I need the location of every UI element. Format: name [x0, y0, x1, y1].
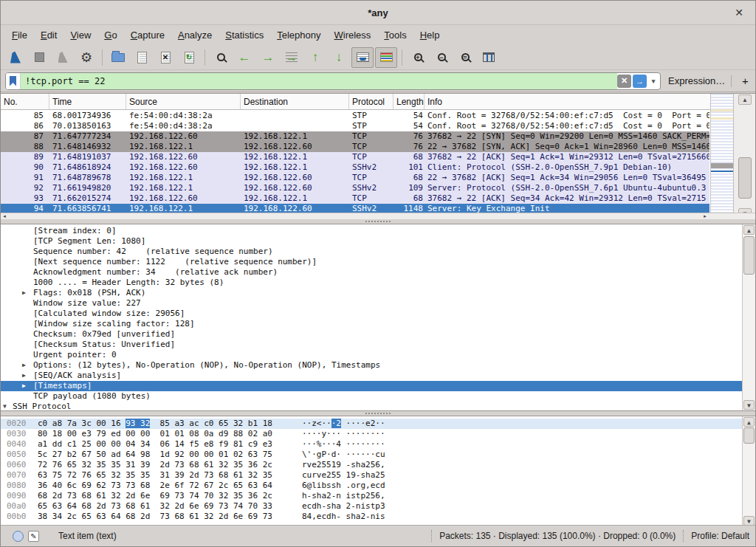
hex-row[interactable]: 006072 76 65 32 35 35 31 39 2d 73 68 61 … — [1, 460, 742, 470]
detail-line[interactable]: [Window size scaling factor: 128] — [1, 319, 742, 329]
auto-scroll-button[interactable] — [351, 47, 374, 68]
expander-icon[interactable]: ▶ — [22, 371, 26, 381]
menu-go[interactable]: Go — [97, 27, 123, 44]
resize-columns-button[interactable] — [478, 47, 500, 68]
zoom-100-button[interactable]: = — [454, 47, 476, 68]
hex-ascii[interactable]: ···%···4 ········ — [293, 439, 385, 450]
detail-line[interactable]: [Calculated window size: 29056] — [1, 309, 742, 319]
menu-edit[interactable]: Edit — [34, 27, 63, 44]
packet-row[interactable]: 9071.648618924192.168.122.60192.168.122.… — [1, 162, 709, 173]
column-header-source[interactable]: Source — [126, 94, 241, 109]
packet-row[interactable]: 8568.001734936fe:54:00:d4:38:2aSTP54Conf… — [1, 111, 709, 121]
hex-bytes[interactable]: a1 dd c1 25 00 00 04 34 06 14 f5 e8 f9 8… — [27, 439, 293, 450]
go-first-packet-button[interactable]: ↑ — [304, 47, 326, 68]
add-filter-button[interactable]: + — [738, 75, 752, 87]
packet-list-scrollbar[interactable]: ▲ ▼ — [733, 94, 755, 219]
hex-bytes[interactable]: 63 75 72 76 65 32 35 35 31 39 2d 73 68 6… — [27, 470, 293, 481]
restart-capture-button[interactable] — [52, 47, 74, 68]
column-header-destination[interactable]: Destination — [241, 94, 349, 109]
hex-row[interactable]: 00a065 63 64 68 2d 73 68 61 32 2d 6e 69 … — [1, 501, 742, 512]
hex-bytes[interactable]: 38 34 2c 65 63 64 68 2d 73 68 61 32 2d 6… — [27, 512, 293, 522]
menu-analyze[interactable]: Analyze — [171, 27, 219, 44]
scrollbar-thumb[interactable] — [743, 236, 755, 275]
hex-bytes[interactable]: 36 40 6c 69 62 73 73 68 2e 6f 72 67 2c 6… — [27, 481, 293, 491]
zoom-in-button[interactable]: + — [407, 47, 429, 68]
scroll-down-icon[interactable]: ▼ — [743, 400, 755, 410]
packet-row[interactable]: 8971.648191037192.168.122.60192.168.122.… — [1, 152, 709, 162]
go-forward-button[interactable]: → — [257, 47, 279, 68]
packet-row[interactable]: 9171.648789678192.168.122.1192.168.122.6… — [1, 173, 709, 183]
column-header-length[interactable]: Length — [394, 94, 425, 109]
scrollbar-thumb[interactable] — [743, 427, 755, 444]
scroll-up-icon[interactable]: ▲ — [743, 225, 755, 235]
packet-row[interactable]: 8871.648146932192.168.122.1192.168.122.6… — [1, 142, 709, 152]
menu-view[interactable]: View — [63, 27, 97, 44]
detail-line[interactable]: [TCP Segment Len: 1080] — [1, 236, 742, 247]
hex-row[interactable]: 007063 75 72 76 65 32 35 35 31 39 2d 73 … — [1, 470, 742, 481]
packet-list-hscrollbar[interactable]: ◂ ▸ — [1, 213, 755, 219]
column-header-no[interactable]: No. — [1, 94, 49, 109]
menu-telephony[interactable]: Telephony — [270, 27, 327, 44]
detail-scrollbar[interactable]: ▲ ▼ — [742, 224, 755, 410]
scroll-right-icon[interactable]: ▸ — [701, 213, 709, 219]
go-back-button[interactable]: ← — [233, 47, 255, 68]
capture-options-button[interactable]: ⚙ — [75, 47, 97, 68]
start-capture-button[interactable] — [4, 47, 27, 68]
expert-info-icon[interactable] — [13, 531, 24, 542]
menu-capture[interactable]: Capture — [124, 27, 171, 44]
packet-row[interactable]: 9271.661949820192.168.122.1192.168.122.6… — [1, 183, 709, 193]
hex-ascii[interactable]: curve255 19-sha25 — [293, 470, 385, 481]
find-packet-button[interactable] — [210, 47, 232, 68]
expander-icon[interactable]: ▶ — [22, 381, 26, 391]
detail-line[interactable]: Urgent pointer: 0 — [1, 350, 742, 360]
hex-bytes[interactable]: 65 63 64 68 2d 73 68 61 32 2d 6e 69 73 7… — [27, 501, 293, 512]
go-last-packet-button[interactable]: ↓ — [328, 47, 350, 68]
hex-ascii[interactable]: ····y··· ········ — [293, 429, 385, 439]
packet-minimap[interactable] — [710, 94, 733, 213]
hex-row[interactable]: 0020c0 a8 7a 3c 00 16 93 32 85 a3 ac c0 … — [1, 419, 742, 429]
filter-clear-button[interactable]: ✕ — [617, 75, 631, 88]
detail-line[interactable]: Acknowledgment number: 34 (relative ack … — [1, 267, 742, 278]
hex-row[interactable]: 009068 2d 73 68 61 32 2d 6e 69 73 74 70 … — [1, 491, 742, 501]
scroll-up-icon[interactable]: ▲ — [738, 94, 752, 105]
detail-line[interactable]: Window size value: 227 — [1, 298, 742, 309]
filter-bookmark-button[interactable] — [6, 73, 21, 89]
capture-comment-icon[interactable]: ✎ — [28, 531, 39, 542]
hex-bytes[interactable]: 5c 27 b2 67 50 ad 64 98 1d 92 00 00 01 0… — [27, 450, 293, 460]
hex-row[interactable]: 00b038 34 2c 65 63 64 68 2d 73 68 61 32 … — [1, 512, 742, 522]
column-header-time[interactable]: Time — [49, 94, 126, 109]
go-to-packet-button[interactable]: → — [281, 47, 303, 68]
close-window-button[interactable]: ✕ — [732, 5, 746, 20]
filter-dropdown-caret[interactable]: ▾ — [648, 75, 659, 88]
expander-icon[interactable]: ▼ — [3, 402, 7, 411]
detail-line-selected[interactable]: ▶[Timestamps] — [1, 381, 742, 391]
title-bar[interactable]: *any ✕ — [1, 1, 755, 25]
save-file-button[interactable] — [131, 47, 153, 68]
close-file-button[interactable]: ✕ — [154, 47, 176, 68]
column-header-protocol[interactable]: Protocol — [349, 94, 394, 109]
expression-button[interactable]: Expression… — [668, 75, 725, 86]
detail-line[interactable]: [Stream index: 0] — [1, 226, 742, 236]
menu-help[interactable]: Help — [413, 27, 447, 44]
detail-line[interactable]: TCP payload (1080 bytes) — [1, 391, 742, 402]
scroll-up-icon[interactable]: ▲ — [743, 417, 755, 427]
reload-file-button[interactable]: ↻ — [178, 47, 200, 68]
hex-ascii[interactable]: ecdh-sha 2-nistp3 — [293, 501, 385, 512]
profile-text[interactable]: Profile: Default — [691, 531, 749, 541]
packet-row[interactable]: 9371.662015274192.168.122.60192.168.122.… — [1, 193, 709, 204]
menu-tools[interactable]: Tools — [377, 27, 413, 44]
expander-icon[interactable]: ▶ — [22, 360, 26, 371]
column-header-info[interactable]: Info — [425, 94, 755, 109]
detail-line[interactable]: 1000 .... = Header Length: 32 bytes (8) — [1, 278, 742, 288]
detail-line[interactable]: Checksum: 0x79ed [unverified] — [1, 329, 742, 340]
hex-ascii[interactable]: ··z<···2 ····e2·· — [293, 419, 385, 429]
scrollbar-thumb[interactable] — [738, 157, 752, 199]
hex-row[interactable]: 0040a1 dd c1 25 00 00 04 34 06 14 f5 e8 … — [1, 439, 742, 450]
menu-wireless[interactable]: Wireless — [328, 27, 378, 44]
packet-row[interactable]: 8771.647777234192.168.122.60192.168.122.… — [1, 131, 709, 142]
detail-line[interactable]: [Checksum Status: Unverified] — [1, 340, 742, 350]
hex-bytes[interactable]: 72 76 65 32 35 35 31 39 2d 73 68 61 32 3… — [27, 460, 293, 470]
hex-bytes[interactable]: c0 a8 7a 3c 00 16 93 32 85 a3 ac c0 65 3… — [27, 419, 293, 429]
scroll-left-icon[interactable]: ◂ — [1, 213, 8, 219]
menu-statistics[interactable]: Statistics — [219, 27, 270, 44]
